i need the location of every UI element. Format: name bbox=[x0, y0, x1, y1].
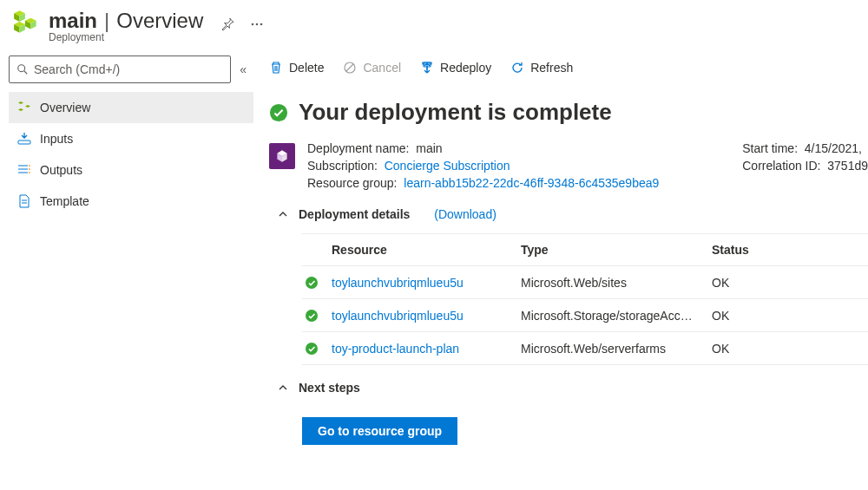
svg-line-27 bbox=[346, 64, 353, 71]
deploy-name-label: Deployment name: bbox=[307, 141, 410, 155]
sidebar-item-label: Template bbox=[40, 194, 89, 208]
command-bar: Delete Cancel Redeploy Refresh bbox=[253, 61, 868, 90]
resource-subtitle: Deployment bbox=[49, 31, 264, 43]
resource-type-icon bbox=[12, 9, 42, 38]
svg-line-13 bbox=[24, 71, 28, 75]
svg-point-33 bbox=[306, 277, 318, 289]
outputs-icon bbox=[17, 163, 31, 177]
start-time-label: Start time: bbox=[742, 141, 798, 155]
resource-group-label: Resource group: bbox=[307, 176, 398, 190]
resource-status: OK bbox=[712, 342, 816, 356]
redeploy-icon bbox=[420, 61, 434, 75]
resource-link[interactable]: toylaunchvubriqmlueu5u bbox=[332, 309, 464, 323]
sidebar-nav: Overview Inputs Outputs Template bbox=[9, 92, 253, 217]
redeploy-label: Redeploy bbox=[440, 61, 491, 75]
download-link[interactable]: (Download) bbox=[434, 207, 496, 221]
delete-icon bbox=[269, 61, 283, 75]
sidebar-item-inputs[interactable]: Inputs bbox=[9, 123, 253, 154]
sidebar-item-template[interactable]: Template bbox=[9, 186, 253, 217]
chevron-up-icon[interactable] bbox=[278, 382, 288, 393]
svg-point-22 bbox=[29, 168, 30, 170]
svg-marker-14 bbox=[18, 101, 23, 104]
deployment-details-title: Deployment details bbox=[299, 207, 410, 221]
cubes-icon bbox=[17, 101, 31, 114]
cancel-button: Cancel bbox=[343, 61, 401, 75]
table-row[interactable]: toylaunchvubriqmlueu5u Microsoft.Storage… bbox=[302, 299, 868, 332]
collapse-sidebar-icon[interactable]: « bbox=[240, 62, 247, 76]
search-input[interactable] bbox=[34, 62, 223, 76]
svg-point-23 bbox=[29, 172, 30, 173]
sidebar-item-label: Inputs bbox=[40, 132, 73, 146]
cancel-icon bbox=[343, 61, 357, 75]
svg-marker-15 bbox=[25, 105, 30, 108]
pin-icon[interactable] bbox=[220, 17, 234, 31]
deployment-type-icon bbox=[269, 143, 295, 169]
sidebar-item-outputs[interactable]: Outputs bbox=[9, 154, 253, 186]
page-title: Overview bbox=[116, 9, 203, 33]
refresh-icon bbox=[510, 61, 524, 75]
status-success-icon bbox=[269, 103, 288, 122]
check-circle-icon bbox=[305, 342, 319, 356]
go-to-resource-group-button[interactable]: Go to resource group bbox=[302, 417, 457, 445]
status-title: Your deployment is complete bbox=[299, 99, 612, 126]
check-circle-icon bbox=[305, 276, 319, 290]
cancel-label: Cancel bbox=[363, 61, 401, 75]
delete-label: Delete bbox=[289, 61, 324, 75]
resource-status: OK bbox=[712, 276, 816, 290]
correlation-id-value: 3751d9 bbox=[827, 159, 868, 173]
delete-button[interactable]: Delete bbox=[269, 61, 324, 75]
col-resource: Resource bbox=[332, 243, 521, 257]
col-type: Type bbox=[521, 243, 712, 257]
template-icon bbox=[17, 194, 31, 208]
sidebar-item-label: Overview bbox=[40, 101, 90, 114]
search-icon bbox=[16, 63, 29, 75]
next-steps-title: Next steps bbox=[299, 381, 360, 395]
resource-type: Microsoft.Storage/storageAcc… bbox=[521, 309, 712, 323]
chevron-up-icon[interactable] bbox=[278, 209, 288, 219]
resource-group-link[interactable]: learn-abb15b22-22dc-46ff-9348-6c4535e9be… bbox=[404, 176, 659, 190]
deploy-name-value: main bbox=[416, 141, 442, 155]
col-status: Status bbox=[712, 243, 816, 257]
svg-point-21 bbox=[29, 165, 30, 167]
title-separator: | bbox=[104, 9, 109, 33]
correlation-id-label: Correlation ID: bbox=[742, 159, 820, 173]
subscription-label: Subscription: bbox=[307, 159, 378, 173]
resource-link[interactable]: toylaunchvubriqmlueu5u bbox=[332, 276, 464, 290]
deployment-resources-table: Resource Type Status toylaunchvubriqmlue… bbox=[253, 233, 868, 381]
svg-point-12 bbox=[18, 65, 25, 72]
svg-point-34 bbox=[306, 310, 318, 322]
svg-marker-16 bbox=[18, 108, 23, 111]
inputs-icon bbox=[17, 132, 31, 146]
sidebar-item-label: Outputs bbox=[40, 163, 82, 177]
svg-point-35 bbox=[306, 343, 318, 355]
table-row[interactable]: toylaunchvubriqmlueu5u Microsoft.Web/sit… bbox=[302, 266, 868, 299]
resource-name: main bbox=[49, 9, 97, 33]
check-circle-icon bbox=[305, 309, 319, 323]
start-time-value: 4/15/2021, bbox=[805, 141, 862, 155]
resource-type: Microsoft.Web/sites bbox=[521, 276, 712, 290]
sidebar-item-overview[interactable]: Overview bbox=[9, 92, 253, 123]
resource-status: OK bbox=[712, 309, 816, 323]
search-box[interactable] bbox=[9, 56, 231, 83]
resource-type: Microsoft.Web/serverfarms bbox=[521, 342, 712, 356]
redeploy-button[interactable]: Redeploy bbox=[420, 61, 491, 75]
refresh-label: Refresh bbox=[530, 61, 573, 75]
svg-rect-17 bbox=[18, 140, 30, 144]
table-row[interactable]: toy-product-launch-plan Microsoft.Web/se… bbox=[302, 332, 868, 365]
resource-link[interactable]: toy-product-launch-plan bbox=[332, 342, 459, 356]
refresh-button[interactable]: Refresh bbox=[510, 61, 573, 75]
subscription-link[interactable]: Concierge Subscription bbox=[385, 159, 510, 173]
